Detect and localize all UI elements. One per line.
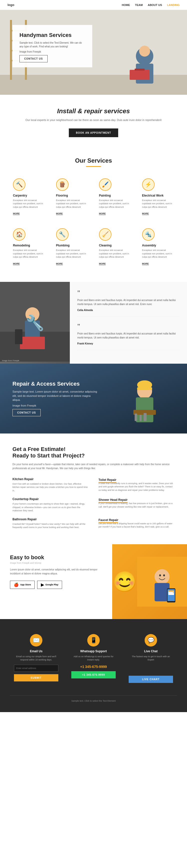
estimate-item-description: If your showerhead is leaking, has low p… (98, 502, 175, 508)
service-description: Excepteur sint occaecat cupidatat non pr… (56, 199, 88, 209)
nav-team[interactable]: TEAM (135, 3, 143, 6)
svg-rect-28 (144, 413, 147, 421)
navbar: logo HOME TEAM ABOUT US LANDING (0, 0, 187, 10)
service-name: Cleaning (99, 244, 131, 247)
service-more-link[interactable]: MORE (56, 212, 63, 215)
service-more-link[interactable]: MORE (13, 262, 20, 265)
repair-access-content: Repair & Access Services Sample large te… (12, 381, 97, 416)
hero-description: Sample text. Click to select the Text El… (20, 41, 85, 49)
free-estimate-subtitle: Ready to Start that Project? (12, 453, 85, 459)
estimate-item-description: Did you know that a dripping faucet coul… (98, 522, 175, 529)
svg-rect-27 (139, 415, 142, 421)
email-contact-card: ✉️ Email Us Email us using our simple fo… (10, 629, 62, 688)
svg-point-33 (163, 574, 165, 576)
svg-rect-19 (15, 329, 23, 344)
svg-point-30 (155, 569, 169, 584)
estimate-item-title: Countertop Repair (12, 497, 89, 501)
service-card: 🔨 Carpentry Excepteur sint occaecat cupi… (10, 174, 48, 219)
install-repair-section: Install & repair services Our local expe… (0, 95, 187, 147)
estimate-item: Kitchen Repair Don't live with an outdat… (12, 477, 89, 493)
nav-landing[interactable]: LANDING (167, 3, 180, 6)
services-grid: 🔨 Carpentry Excepteur sint occaecat cupi… (10, 174, 177, 269)
service-more-link[interactable]: MORE (56, 262, 63, 265)
hero-contact-button[interactable]: CONTACT US (20, 55, 48, 62)
service-card: 🏠 Remodeling Excepteur sint occaecat cup… (10, 224, 48, 269)
repair-access-section: Repair & Access Services Sample large te… (0, 364, 187, 434)
svg-point-5 (139, 45, 150, 57)
app-store-label: App Store (20, 583, 31, 586)
whatsapp-phone: +1 345-675-9999 (71, 665, 116, 669)
whatsapp-contact-card: 📱 Whatsapp Support Add us on WhatsApp & … (67, 629, 120, 688)
easy-book-description: Lorem ipsum dolor sit amet, consectetur … (10, 568, 102, 576)
email-icon: ✉️ (30, 634, 42, 647)
estimate-item-title: Kitchen Repair (12, 477, 89, 481)
live-chat-description: The fastest way to get in touch with an … (129, 655, 173, 662)
whatsapp-button[interactable]: +1 345-675-9999 (71, 671, 116, 678)
service-more-link[interactable]: MORE (142, 262, 149, 265)
service-card: 🖌️ Painting Excepteur sint occaecat cupi… (96, 174, 134, 219)
hero-image-credit: Image from Freepik (20, 50, 85, 54)
email-input[interactable] (14, 665, 58, 672)
install-repair-title: Install & repair services (15, 107, 172, 115)
service-icon: 🖌️ (99, 178, 112, 191)
apple-icon: 🍎 (14, 582, 19, 587)
service-name: Remodeling (13, 244, 45, 247)
testimonial-name-1: Celia Almeda (77, 309, 180, 312)
service-more-link[interactable]: MORE (99, 262, 106, 265)
nav-home[interactable]: HOME (122, 3, 130, 6)
service-card: 🧹 Cleaning Excepteur sint occaecat cupid… (96, 224, 134, 269)
footer-note: Sample text. Click to select the Text El… (10, 695, 177, 702)
service-card: 🔧 Plumbing Excepteur sint occaecat cupid… (53, 224, 91, 269)
logo: logo (7, 3, 14, 7)
svg-rect-7 (135, 69, 145, 70)
service-name: Plumbing (56, 244, 88, 247)
store-buttons: 🍎 App Store ▶ Google Play (10, 581, 102, 589)
repair-access-description: Sample large text. Lorem ipsum dolor sit… (12, 390, 97, 402)
live-chat-contact-card: 💬 Live Chat The fastest way to get in to… (125, 629, 177, 688)
easy-book-title: Easy to book (10, 554, 102, 561)
repair-access-title: Repair & Access Services (12, 381, 97, 387)
estimate-item-description: Cracked tile? Drywall holes? Need a new … (12, 523, 89, 529)
testimonial-item-1: " Proin sed libero enim sed faucibus tur… (77, 289, 180, 317)
testimonial-content: " Proin sed libero enim sed faucibus tur… (70, 282, 187, 364)
book-appointment-button[interactable]: BOOK AN APPOINTMENT (69, 128, 118, 137)
free-estimate-description: Do your home and yourself a favor—update… (12, 462, 175, 470)
testimonial-image-credit: Image from Freepik (2, 360, 19, 362)
service-icon: ⚡ (142, 178, 155, 191)
free-estimate-section: Get a Free Estimate! Ready to Start that… (0, 434, 187, 544)
easy-book-image-svg (137, 544, 187, 619)
estimate-item-description: A toilet that constantly runs is annoyin… (98, 482, 175, 492)
google-play-label: Google Play (45, 583, 58, 586)
estimate-item-description: If your home's countertops are starting … (12, 502, 89, 513)
service-more-link[interactable]: MORE (99, 212, 106, 215)
hero-content-box: Handyman Services Sample text. Click to … (12, 25, 92, 67)
service-card: 🪵 Flooring Excepteur sint occaecat cupid… (53, 174, 91, 219)
service-more-link[interactable]: MORE (13, 212, 20, 215)
google-play-button[interactable]: ▶ Google Play (37, 581, 62, 589)
testimonial-image-svg (0, 282, 70, 362)
estimate-item-description: Don't live with an outdated or broken do… (12, 483, 89, 493)
service-name: Assembly (142, 244, 174, 247)
service-more-link[interactable]: MORE (142, 212, 149, 215)
quote-mark-2: " (77, 323, 180, 330)
service-card: 🔩 Assembly Excepteur sint occaecat cupid… (139, 224, 177, 269)
app-store-button[interactable]: 🍎 App Store (10, 581, 35, 589)
estimate-item: Bathroom Repair Cracked tile? Drywall ho… (12, 518, 89, 529)
service-description: Excepteur sint occaecat cupidatat non pr… (142, 249, 174, 259)
svg-rect-25 (137, 388, 152, 390)
submit-button[interactable]: SUBMIT (14, 674, 58, 681)
live-chat-button[interactable]: LIVE CHART (129, 676, 173, 683)
chat-icon: 💬 (145, 634, 157, 647)
free-estimate-title: Get a Free Estimate! Ready to Start that… (12, 446, 175, 459)
easy-book-credit: Image from Freepik and Wixmp (10, 562, 102, 564)
testimonial-quote-1: Proin sed libero enim sed faucibus turpi… (77, 298, 180, 306)
svg-rect-40 (172, 592, 173, 593)
nav-about[interactable]: ABOUT US (148, 3, 162, 6)
our-services-section: Our Services 🔨 Carpentry Excepteur sint … (0, 147, 187, 282)
repair-access-contact-button[interactable]: CONTACT US (12, 409, 41, 416)
service-icon: 🔩 (142, 228, 155, 241)
service-card: ⚡ Electrical Work Excepteur sint occaeca… (139, 174, 177, 219)
install-repair-description: Our local experts in your neighborhood c… (15, 118, 172, 122)
service-icon: 🪵 (56, 178, 69, 191)
email-description: Email us using our simple form and we'll… (14, 655, 58, 662)
